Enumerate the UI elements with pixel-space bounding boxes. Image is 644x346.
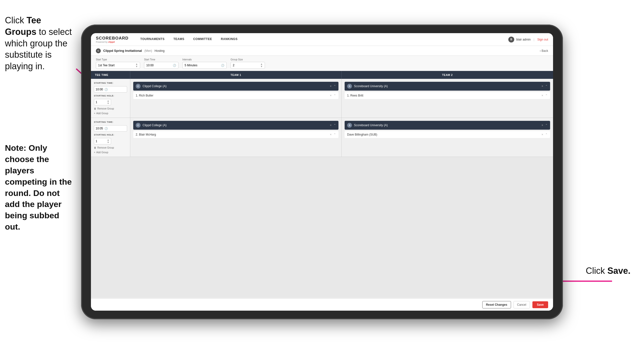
clock-icon-4: 🕐: [104, 127, 108, 130]
remove-group-btn-2[interactable]: 🗑 Remove Group: [94, 146, 127, 149]
nav-committee[interactable]: COMMITTEE: [189, 33, 216, 46]
start-type-input[interactable]: 1st Tee Start ▲▼: [96, 62, 140, 69]
team2-col-2: S Scoreboard University (A) × ⌃ Dave Bil…: [342, 118, 553, 157]
team-name-1-1: Clippd College (A): [142, 84, 166, 88]
starting-time-label-1: STARTING TIME:: [94, 82, 127, 84]
content-area[interactable]: STARTING TIME: 10:00 🕐 STARTING HOLE: 1 …: [91, 79, 553, 298]
time-col-2: STARTING TIME: 10:05 🕐 STARTING HOLE: 1 …: [91, 118, 130, 157]
starting-time-input-2[interactable]: 10:05 🕐: [94, 125, 127, 132]
starting-hole-input-1[interactable]: 1 ▲▼: [94, 99, 111, 105]
intervals-label: Intervals: [182, 58, 227, 61]
intervals-group: Intervals 5 Minutes 🕐: [182, 58, 227, 69]
add-group-btn-2[interactable]: + Add Group: [94, 151, 127, 154]
team-card-2-2[interactable]: S Scoreboard University (A) × ⌃: [344, 121, 550, 130]
close-icon-1-2[interactable]: ×: [330, 123, 332, 127]
close-icon-2-1[interactable]: ×: [542, 84, 543, 88]
clock-icon-2: 🕐: [221, 64, 224, 67]
team1-col-2: C Clippd College (A) × ⌃ 2. Blair McHarg…: [130, 118, 342, 157]
start-time-input[interactable]: 10:00 🕐: [144, 62, 178, 69]
close-icon-player-2-1[interactable]: ×: [542, 94, 543, 97]
start-type-label: Start Type: [96, 58, 140, 61]
intervals-input[interactable]: 5 Minutes 🕐: [182, 62, 227, 69]
plus-icon-2: +: [94, 151, 95, 154]
close-icon-player-2-2[interactable]: ×: [542, 133, 543, 136]
chevron-icon-2-1: ⌃: [545, 84, 548, 88]
player-row-1-1: 1. Rich Butler × ⌃: [133, 92, 338, 99]
team-card-1-2[interactable]: C Clippd College (A) × ⌃: [133, 121, 338, 130]
save-bold: Save.: [608, 266, 630, 276]
tournament-gender: (Men): [144, 49, 152, 52]
nav-signout[interactable]: Sign out: [537, 38, 548, 41]
close-icon-player-1-1[interactable]: ×: [330, 94, 332, 97]
sub-header: C Clippd Spring Invitational (Men) Hosti…: [91, 46, 553, 56]
tee-groups-bold: Tee Groups: [5, 15, 41, 37]
time-col-1: STARTING TIME: 10:00 🕐 STARTING HOLE: 1 …: [91, 79, 130, 118]
chevron-icon-player-1-2: ⌃: [334, 133, 336, 136]
nav-rankings[interactable]: RANKINGS: [216, 33, 242, 46]
chevron-icon-1-1: ⌃: [334, 84, 336, 88]
th-tee-time: Tee Time: [91, 71, 130, 79]
tournament-title: Clippd Spring Invitational: [103, 49, 142, 52]
logo-area: SCOREBOARD Powered by clippd: [96, 36, 128, 43]
team-avatar-2-2: S: [347, 123, 352, 128]
back-button[interactable]: ‹ Back: [540, 49, 548, 52]
team-avatar-2-1: S: [347, 84, 352, 89]
team-avatar-1-2: C: [136, 123, 140, 128]
remove-group-btn-1[interactable]: 🗑 Remove Group: [94, 107, 127, 110]
trash-icon: 🗑: [94, 107, 96, 110]
sub-header-avatar: C: [96, 48, 101, 53]
save-button[interactable]: Save: [532, 301, 548, 308]
nav-teams[interactable]: TEAMS: [169, 33, 189, 46]
nav-bar: SCOREBOARD Powered by clippd TOURNAMENTS…: [91, 33, 553, 46]
player-row-2-2: Dave Billingham (SUB) × ⌃: [344, 131, 550, 138]
chevron-icon-2-2: ⌃: [545, 123, 548, 127]
instruction-text: Click Tee Groups to select which group t…: [0, 15, 79, 72]
start-time-label: Start Time: [144, 58, 178, 61]
close-icon-1-1[interactable]: ×: [330, 84, 332, 88]
starting-time-input-1[interactable]: 10:00 🕐: [94, 86, 127, 93]
table-row: STARTING TIME: 10:05 🕐 STARTING HOLE: 1 …: [91, 118, 553, 157]
team-name-2-2: Scoreboard University (A): [354, 123, 388, 127]
nav-tournaments[interactable]: TOURNAMENTS: [136, 33, 169, 46]
close-icon-2-2[interactable]: ×: [542, 123, 543, 127]
chevron-icon-1-2: ⌃: [334, 123, 336, 127]
logo-scoreboard: SCOREBOARD: [96, 36, 128, 41]
th-team1: Team 1: [130, 71, 342, 79]
clock-icon-3: 🕐: [104, 88, 108, 91]
team2-col-1: S Scoreboard University (A) × ⌃ 1. Rees …: [342, 79, 553, 118]
tablet-frame: SCOREBOARD Powered by clippd TOURNAMENTS…: [81, 24, 563, 319]
group-size-label: Group Size: [230, 58, 265, 61]
nav-user: blair admin: [516, 38, 531, 41]
trash-icon-2: 🗑: [94, 146, 96, 149]
chevron-icon-player-1-1: ⌃: [334, 94, 336, 97]
tournament-hosting: Hosting: [154, 49, 165, 52]
nav-items: TOURNAMENTS TEAMS COMMITTEE RANKINGS: [136, 33, 508, 46]
reset-changes-button[interactable]: Reset Changes: [482, 301, 511, 309]
team-card-2-1[interactable]: S Scoreboard University (A) × ⌃: [344, 82, 550, 91]
th-team2: Team 2: [342, 71, 553, 79]
nav-avatar: B: [508, 36, 514, 42]
click-save-instruction: Click Save.: [586, 266, 630, 276]
logo-powered: Powered by clippd: [96, 41, 128, 43]
starting-hole-label-1: STARTING HOLE:: [94, 94, 127, 97]
starting-hole-label-2: STARTING HOLE:: [94, 134, 127, 136]
team-name-1-2: Clippd College (A): [142, 123, 166, 127]
table-row: STARTING TIME: 10:00 🕐 STARTING HOLE: 1 …: [91, 79, 553, 118]
start-time-group: Start Time 10:00 🕐: [144, 58, 178, 69]
start-type-group: Start Type 1st Tee Start ▲▼: [96, 58, 140, 69]
starting-hole-input-2[interactable]: 1 ▲▼: [94, 138, 111, 144]
chevron-icon-player-2-2: ⌃: [545, 133, 548, 136]
team-name-2-1: Scoreboard University (A): [354, 84, 388, 88]
starting-time-label-2: STARTING TIME:: [94, 121, 127, 123]
clock-icon: 🕐: [173, 64, 176, 67]
close-icon-player-1-2[interactable]: ×: [330, 133, 332, 136]
team1-col-1: C Clippd College (A) × ⌃ 1. Rich Butler …: [130, 79, 342, 118]
note-text: Note: Only choose the players competing …: [0, 142, 79, 233]
nav-right: B blair admin | Sign out: [508, 36, 548, 42]
group-size-input[interactable]: 2 ▲▼: [230, 62, 265, 69]
cancel-button[interactable]: Cancel: [514, 301, 530, 309]
add-group-btn-1[interactable]: + Add Group: [94, 112, 127, 115]
team-avatar-1-1: C: [136, 84, 140, 89]
action-bar: Reset Changes Cancel Save: [91, 298, 553, 311]
team-card-1-1[interactable]: C Clippd College (A) × ⌃: [133, 82, 338, 91]
